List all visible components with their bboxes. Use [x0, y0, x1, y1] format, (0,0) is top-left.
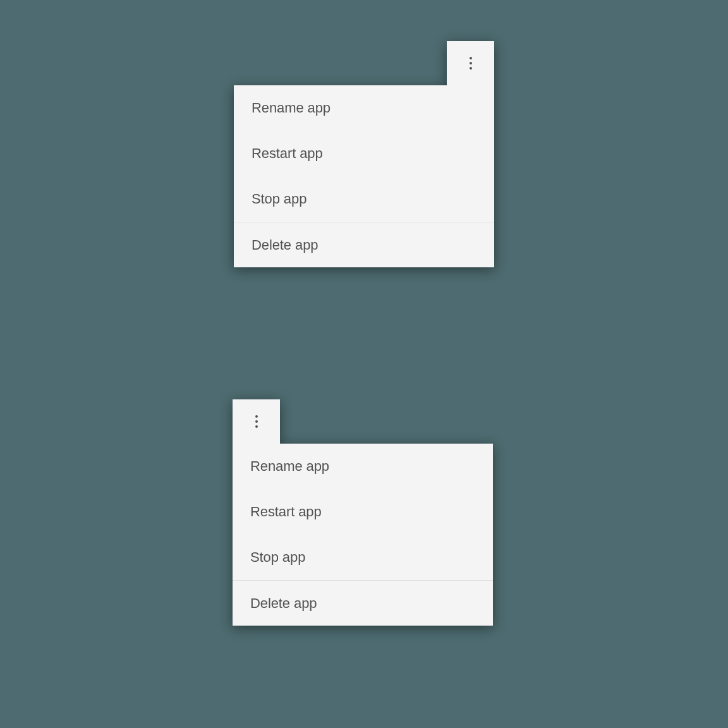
- example-bottom: Rename app Restart app Stop app Delete a…: [0, 364, 728, 728]
- menu-item-restart-app[interactable]: Restart app: [234, 131, 494, 176]
- overflow-trigger-button[interactable]: [447, 41, 494, 85]
- menu-item-rename-app[interactable]: Rename app: [234, 85, 494, 131]
- menu-item-delete-app[interactable]: Delete app: [233, 580, 493, 626]
- menu-item-rename-app[interactable]: Rename app: [233, 444, 493, 489]
- menu-item-label: Restart app: [250, 504, 322, 520]
- menu-item-restart-app[interactable]: Restart app: [233, 489, 493, 535]
- menu-item-delete-app[interactable]: Delete app: [234, 222, 494, 267]
- overflow-menu-top: Rename app Restart app Stop app Delete a…: [234, 41, 494, 267]
- menu-item-label: Rename app: [250, 458, 329, 475]
- overflow-menu-panel: Rename app Restart app Stop app Delete a…: [234, 85, 494, 267]
- overflow-menu-bottom: Rename app Restart app Stop app Delete a…: [233, 399, 493, 626]
- menu-item-label: Delete app: [250, 595, 317, 612]
- kebab-icon: [470, 57, 472, 70]
- menu-item-label: Stop app: [252, 191, 306, 207]
- menu-item-label: Restart app: [252, 145, 323, 162]
- menu-item-label: Rename app: [252, 100, 331, 116]
- menu-item-stop-app[interactable]: Stop app: [234, 176, 494, 222]
- example-top: Rename app Restart app Stop app Delete a…: [0, 0, 728, 364]
- kebab-icon: [255, 415, 258, 428]
- menu-item-label: Delete app: [252, 237, 318, 253]
- overflow-menu-panel: Rename app Restart app Stop app Delete a…: [233, 444, 493, 626]
- overflow-trigger-button[interactable]: [233, 399, 280, 444]
- menu-item-label: Stop app: [250, 549, 305, 566]
- menu-item-stop-app[interactable]: Stop app: [233, 535, 493, 580]
